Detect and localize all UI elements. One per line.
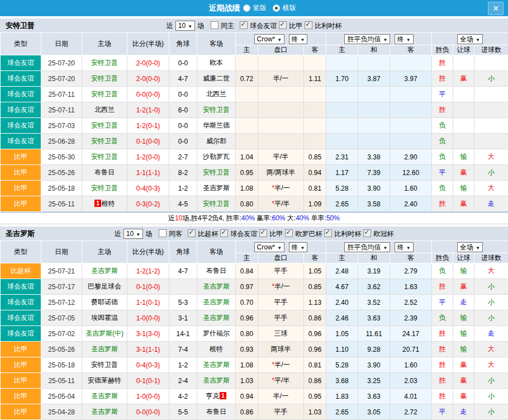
score-cell: 2-0(0-0) [127,71,169,87]
avg-away-cell: 4.01 [390,389,432,404]
avg-draw-cell: 3.62 [358,279,390,295]
wdl-result-cell: 负 [432,181,453,196]
league-checkbox[interactable]: ✓ [240,21,248,29]
handicap-result-cell: 走 [453,404,474,420]
match-type-cell: 比超杯 [1,263,41,279]
avg-home-cell: 2.48 [326,263,358,279]
league-label[interactable]: 比甲 [269,230,283,238]
avg-draw-cell: 7.39 [358,165,390,181]
score-cell: 0-0(0-0) [127,87,169,102]
radio-vertical-layout[interactable] [243,4,250,12]
odds-away-cell: 0.95 [304,389,326,404]
odds-time-select[interactable]: 终▼ [289,34,308,44]
league-checkbox[interactable]: ✓ [305,21,312,29]
radio-horizontal-layout[interactable] [273,4,280,12]
result-value: 赢 [460,200,467,207]
result-value: 平 [439,90,446,98]
radio-vertical-label[interactable]: 竖版 [253,3,267,13]
score-cell: 1-2(0-0) [127,149,169,165]
league-checkbox[interactable]: ✓ [188,229,196,237]
handicap-cell: *平/半 [258,373,304,389]
corner-cell [169,279,197,295]
same-venue-checkbox[interactable] [211,21,219,29]
close-button[interactable]: ✕ [488,2,504,15]
handicap-result-cell: 赢 [453,357,474,373]
league-label[interactable]: 比利时杯 [334,230,361,238]
games-count-select[interactable]: 10▼ [124,229,143,239]
wdl-result-cell: 胜 [432,196,453,212]
avg-home-cell: 4.67 [326,279,358,295]
match-type-cell: 球会友谊 [1,55,41,71]
match-filters: 近10▼场同客✓比超杯✓球会友谊✓比甲✓欧罗巴杯✓比利时杯✓欧冠杯 [0,229,508,239]
odds-home-cell [236,87,258,102]
col-header-goals: 进球数 [474,45,508,55]
odds-company-select[interactable]: Crow*▼ [254,242,285,252]
avg-odds-select[interactable]: 胜平负均值▼ [344,34,390,44]
goals-result-cell: 大 [474,149,508,165]
away-team-cell: 安特卫普 [197,165,236,181]
odds-time-select[interactable]: 终▼ [289,242,308,252]
handicap-cell: 平手 [258,404,304,420]
odds-home-cell: 1.04 [236,149,258,165]
avg-draw-cell: 9.28 [358,342,390,357]
wdl-result-cell: 胜 [432,102,453,118]
result-value: 输 [460,267,467,275]
avg-home-cell [326,118,358,134]
league-checkbox[interactable]: ✓ [279,21,287,29]
league-label[interactable]: 球会友谊 [230,230,257,238]
odds-company-select[interactable]: Crow*▼ [254,34,285,44]
same-venue-label[interactable]: 同客 [169,230,182,238]
avg-away-cell: 2.52 [390,295,432,310]
goals-result-cell: 大 [474,181,508,196]
odds-away-cell: 0.81 [304,181,326,196]
table-row: 比甲25-05-26布鲁日1-1(1-1)8-2安特卫普0.95两/两球半0.9… [1,165,508,181]
result-value: 走 [488,200,495,207]
games-count-select[interactable]: 10▼ [175,21,195,31]
handicap-result-cell: 输 [453,310,474,326]
league-label[interactable]: 欧罗巴杯 [295,230,322,238]
avg-odds-select[interactable]: 胜平负均值▼ [344,242,390,252]
league-checkbox[interactable]: ✓ [363,229,371,237]
odds-home-cell: 1.08 [236,181,258,196]
radio-horizontal-label[interactable]: 横版 [283,3,296,13]
result-value: 赢 [460,74,467,82]
goals-result-cell: 大 [474,263,508,279]
goals-result-cell: 走 [474,196,508,212]
team-name: 威尔郡 [206,137,226,145]
dropdown-arrow-icon: ▼ [406,246,411,251]
handicap-value: 两/两球半 [267,168,295,176]
summary-segment: 场,胜4平2负4, 胜率: [182,214,241,222]
corner-cell: 5-3 [169,295,197,310]
league-checkbox[interactable]: ✓ [220,229,228,237]
table-row: 比甲25-05-11安德莱赫特0-1(0-1)2-4圣吉罗斯1.03*平/半0.… [1,373,508,389]
handicap-result-cell [453,55,474,71]
scope-select[interactable]: 全场▼ [457,34,483,44]
result-group-header: 全场▼ [432,33,508,45]
team-name: 圣吉罗斯 [91,408,118,416]
league-label[interactable]: 球会友谊 [250,22,277,30]
league-label[interactable]: 比超杯 [198,230,218,238]
avg-time-select[interactable]: 终▼ [395,242,414,252]
league-label[interactable]: 欧冠杯 [373,230,393,238]
away-team-cell: 圣吉罗斯 [197,295,236,310]
result-value: 负 [439,153,446,161]
league-label[interactable]: 比利时杯 [315,22,341,30]
odds-home-cell [236,118,258,134]
same-venue-label[interactable]: 同主 [221,22,234,30]
table-row: 球会友谊25-07-20安特卫普2-0(0-0)0-0欧本胜 [1,55,508,71]
result-value: 小 [488,298,495,306]
league-checkbox[interactable]: ✓ [324,229,332,237]
league-checkbox[interactable]: ✓ [259,229,267,237]
odds-home-cell: 0.94 [236,389,258,404]
goals-result-cell: 大 [474,342,508,357]
league-checkbox[interactable]: ✓ [285,229,293,237]
scope-select[interactable]: 全场▼ [457,242,483,252]
col-header-handicap: 盘口 [258,45,304,55]
avg-home-cell: 2.46 [326,310,358,326]
team-name: 根特 [102,200,115,207]
avg-time-select[interactable]: 终▼ [395,34,414,44]
league-label[interactable]: 比甲 [289,22,302,30]
avg-away-cell: 2.39 [390,310,432,326]
wdl-result-cell: 负 [432,118,453,134]
same-venue-checkbox[interactable] [159,229,167,237]
